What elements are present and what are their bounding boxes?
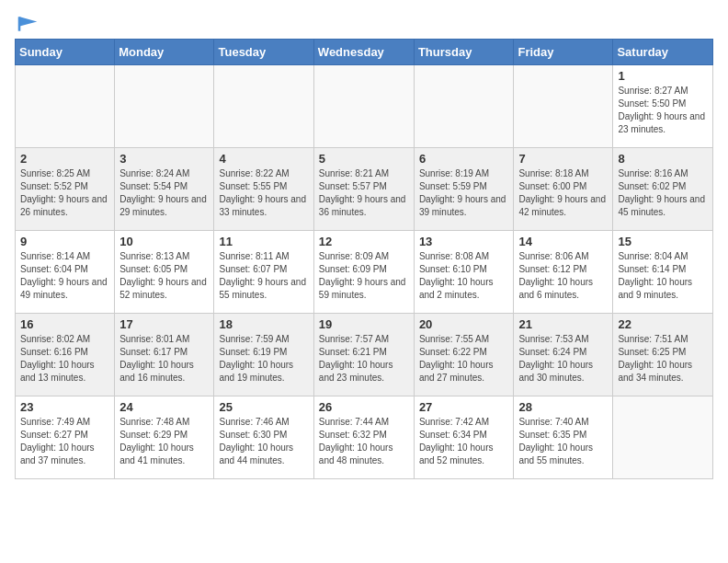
logo-flag-icon <box>17 15 39 33</box>
day-header-wednesday: Wednesday <box>313 40 414 65</box>
day-number: 4 <box>219 152 308 166</box>
day-info: Sunrise: 8:08 AM Sunset: 6:10 PM Dayligh… <box>419 250 509 302</box>
day-info: Sunrise: 8:22 AM Sunset: 5:55 PM Dayligh… <box>219 167 308 219</box>
day-info: Sunrise: 8:02 AM Sunset: 6:16 PM Dayligh… <box>20 333 109 385</box>
day-number: 25 <box>219 400 308 414</box>
day-number: 16 <box>20 317 109 331</box>
calendar-cell: 23Sunrise: 7:49 AM Sunset: 6:27 PM Dayli… <box>16 396 115 479</box>
day-info: Sunrise: 8:13 AM Sunset: 6:05 PM Dayligh… <box>119 250 209 302</box>
calendar-cell: 15Sunrise: 8:04 AM Sunset: 6:14 PM Dayli… <box>613 231 713 314</box>
day-info: Sunrise: 8:14 AM Sunset: 6:04 PM Dayligh… <box>20 250 109 302</box>
day-number: 17 <box>119 317 209 331</box>
calendar-cell: 13Sunrise: 8:08 AM Sunset: 6:10 PM Dayli… <box>414 231 514 314</box>
day-number: 26 <box>319 400 409 414</box>
calendar-cell: 3Sunrise: 8:24 AM Sunset: 5:54 PM Daylig… <box>115 148 214 231</box>
day-info: Sunrise: 8:16 AM Sunset: 6:02 PM Dayligh… <box>618 167 708 219</box>
day-info: Sunrise: 8:09 AM Sunset: 6:09 PM Dayligh… <box>319 250 409 302</box>
calendar-cell: 9Sunrise: 8:14 AM Sunset: 6:04 PM Daylig… <box>16 231 115 314</box>
day-number: 24 <box>119 400 209 414</box>
week-row-5: 23Sunrise: 7:49 AM Sunset: 6:27 PM Dayli… <box>16 396 713 479</box>
day-number: 9 <box>20 235 109 248</box>
calendar-cell: 10Sunrise: 8:13 AM Sunset: 6:05 PM Dayli… <box>115 231 214 314</box>
day-info: Sunrise: 7:42 AM Sunset: 6:34 PM Dayligh… <box>419 416 509 467</box>
week-row-2: 2Sunrise: 8:25 AM Sunset: 5:52 PM Daylig… <box>16 148 713 231</box>
calendar-table: SundayMondayTuesdayWednesdayThursdayFrid… <box>15 39 713 479</box>
day-info: Sunrise: 8:18 AM Sunset: 6:00 PM Dayligh… <box>518 167 608 219</box>
day-number: 1 <box>618 69 708 83</box>
day-info: Sunrise: 8:01 AM Sunset: 6:17 PM Dayligh… <box>119 333 209 385</box>
calendar-cell: 20Sunrise: 7:55 AM Sunset: 6:22 PM Dayli… <box>414 314 514 396</box>
calendar-cell: 25Sunrise: 7:46 AM Sunset: 6:30 PM Dayli… <box>214 396 313 479</box>
day-number: 7 <box>518 152 608 166</box>
day-info: Sunrise: 7:44 AM Sunset: 6:32 PM Dayligh… <box>319 416 409 467</box>
calendar-cell: 11Sunrise: 8:11 AM Sunset: 6:07 PM Dayli… <box>214 231 313 314</box>
day-header-tuesday: Tuesday <box>214 40 313 65</box>
day-number: 27 <box>419 400 509 414</box>
logo <box>15 15 39 28</box>
calendar-header-row: SundayMondayTuesdayWednesdayThursdayFrid… <box>16 40 713 65</box>
calendar-cell: 16Sunrise: 8:02 AM Sunset: 6:16 PM Dayli… <box>16 314 115 396</box>
calendar-cell <box>514 65 613 148</box>
day-info: Sunrise: 8:04 AM Sunset: 6:14 PM Dayligh… <box>618 250 708 302</box>
week-row-4: 16Sunrise: 8:02 AM Sunset: 6:16 PM Dayli… <box>16 314 713 396</box>
header <box>15 15 713 28</box>
day-number: 8 <box>618 152 708 166</box>
day-header-monday: Monday <box>115 40 214 65</box>
day-info: Sunrise: 7:46 AM Sunset: 6:30 PM Dayligh… <box>219 416 308 467</box>
day-number: 10 <box>119 235 209 248</box>
day-number: 3 <box>119 152 209 166</box>
calendar-cell: 7Sunrise: 8:18 AM Sunset: 6:00 PM Daylig… <box>514 148 613 231</box>
day-number: 19 <box>319 317 409 331</box>
day-header-sunday: Sunday <box>16 40 115 65</box>
day-info: Sunrise: 7:59 AM Sunset: 6:19 PM Dayligh… <box>219 333 308 385</box>
day-number: 23 <box>20 400 109 414</box>
svg-rect-1 <box>18 17 21 30</box>
day-number: 15 <box>618 235 708 248</box>
calendar-cell: 27Sunrise: 7:42 AM Sunset: 6:34 PM Dayli… <box>414 396 514 479</box>
calendar-cell: 21Sunrise: 7:53 AM Sunset: 6:24 PM Dayli… <box>514 314 613 396</box>
day-info: Sunrise: 8:19 AM Sunset: 5:59 PM Dayligh… <box>419 167 509 219</box>
day-number: 14 <box>518 235 608 248</box>
day-number: 21 <box>518 317 608 331</box>
calendar-cell: 2Sunrise: 8:25 AM Sunset: 5:52 PM Daylig… <box>16 148 115 231</box>
day-info: Sunrise: 8:24 AM Sunset: 5:54 PM Dayligh… <box>119 167 209 219</box>
week-row-1: 1Sunrise: 8:27 AM Sunset: 5:50 PM Daylig… <box>16 65 713 148</box>
day-info: Sunrise: 7:48 AM Sunset: 6:29 PM Dayligh… <box>119 416 209 467</box>
day-info: Sunrise: 8:21 AM Sunset: 5:57 PM Dayligh… <box>319 167 409 219</box>
calendar-cell: 18Sunrise: 7:59 AM Sunset: 6:19 PM Dayli… <box>214 314 313 396</box>
day-number: 18 <box>219 317 308 331</box>
calendar-cell <box>613 396 713 479</box>
day-info: Sunrise: 7:49 AM Sunset: 6:27 PM Dayligh… <box>20 416 109 467</box>
day-header-friday: Friday <box>514 40 613 65</box>
day-header-thursday: Thursday <box>414 40 514 65</box>
day-number: 22 <box>618 317 708 331</box>
calendar-cell: 12Sunrise: 8:09 AM Sunset: 6:09 PM Dayli… <box>313 231 414 314</box>
day-info: Sunrise: 7:40 AM Sunset: 6:35 PM Dayligh… <box>518 416 608 467</box>
day-number: 2 <box>20 152 109 166</box>
calendar-cell: 6Sunrise: 8:19 AM Sunset: 5:59 PM Daylig… <box>414 148 514 231</box>
day-info: Sunrise: 7:53 AM Sunset: 6:24 PM Dayligh… <box>518 333 608 385</box>
calendar-cell: 19Sunrise: 7:57 AM Sunset: 6:21 PM Dayli… <box>313 314 414 396</box>
day-number: 28 <box>518 400 608 414</box>
calendar-cell: 5Sunrise: 8:21 AM Sunset: 5:57 PM Daylig… <box>313 148 414 231</box>
calendar-cell: 4Sunrise: 8:22 AM Sunset: 5:55 PM Daylig… <box>214 148 313 231</box>
calendar-cell: 1Sunrise: 8:27 AM Sunset: 5:50 PM Daylig… <box>613 65 713 148</box>
day-number: 12 <box>319 235 409 248</box>
day-info: Sunrise: 8:11 AM Sunset: 6:07 PM Dayligh… <box>219 250 308 302</box>
calendar-cell: 26Sunrise: 7:44 AM Sunset: 6:32 PM Dayli… <box>313 396 414 479</box>
calendar-cell <box>214 65 313 148</box>
day-number: 13 <box>419 235 509 248</box>
day-info: Sunrise: 7:57 AM Sunset: 6:21 PM Dayligh… <box>319 333 409 385</box>
calendar-cell: 17Sunrise: 8:01 AM Sunset: 6:17 PM Dayli… <box>115 314 214 396</box>
day-number: 5 <box>319 152 409 166</box>
calendar-cell <box>414 65 514 148</box>
svg-marker-0 <box>19 17 37 26</box>
calendar-cell: 8Sunrise: 8:16 AM Sunset: 6:02 PM Daylig… <box>613 148 713 231</box>
calendar-cell: 14Sunrise: 8:06 AM Sunset: 6:12 PM Dayli… <box>514 231 613 314</box>
day-number: 20 <box>419 317 509 331</box>
day-info: Sunrise: 7:55 AM Sunset: 6:22 PM Dayligh… <box>419 333 509 385</box>
day-number: 11 <box>219 235 308 248</box>
calendar-cell: 22Sunrise: 7:51 AM Sunset: 6:25 PM Dayli… <box>613 314 713 396</box>
calendar-cell <box>16 65 115 148</box>
week-row-3: 9Sunrise: 8:14 AM Sunset: 6:04 PM Daylig… <box>16 231 713 314</box>
